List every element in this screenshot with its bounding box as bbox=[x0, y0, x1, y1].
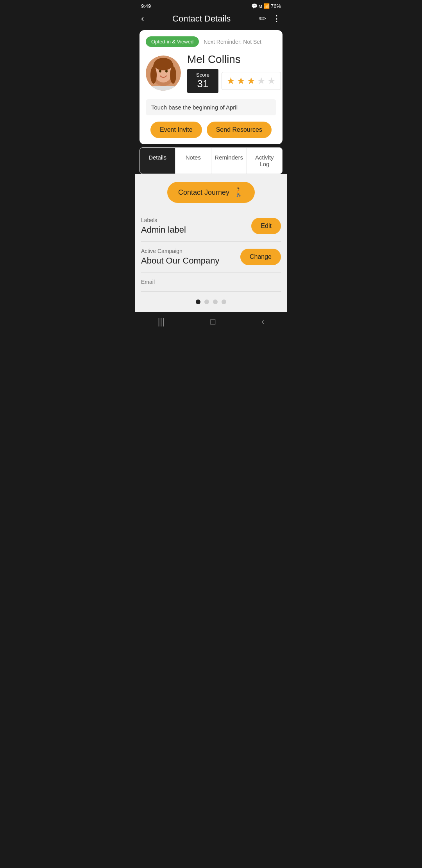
status-bar: 9:49 💬 M 📶 76% bbox=[135, 0, 287, 11]
star-1[interactable]: ★ bbox=[227, 75, 235, 86]
svg-point-5 bbox=[165, 70, 168, 73]
journey-section: Contact Journey 🚶 bbox=[135, 174, 287, 211]
tabs: Details Notes Reminders Activity Log bbox=[140, 148, 282, 174]
tab-notes[interactable]: Notes bbox=[175, 148, 211, 174]
labels-section-label: Labels bbox=[141, 217, 186, 223]
star-3[interactable]: ★ bbox=[247, 75, 256, 86]
menu-button[interactable]: ||| bbox=[158, 317, 165, 327]
score-box: Score 31 bbox=[187, 69, 218, 93]
email-section-label: Email bbox=[141, 279, 155, 285]
back-button[interactable]: ‹ bbox=[141, 14, 144, 24]
more-options-button[interactable]: ⋮ bbox=[272, 14, 281, 24]
opted-in-badge: Opted-in & Viewed bbox=[146, 36, 199, 47]
svg-point-4 bbox=[159, 70, 161, 73]
status-icons: 💬 M 📶 76% bbox=[251, 3, 281, 9]
score-number: 31 bbox=[193, 78, 213, 90]
battery-display: 76% bbox=[271, 3, 281, 9]
svg-point-8 bbox=[170, 66, 176, 84]
time-display: 9:49 bbox=[141, 3, 151, 9]
star-5[interactable]: ★ bbox=[267, 75, 276, 86]
back-nav-button[interactable]: ‹ bbox=[261, 317, 264, 327]
pagination-dot-4[interactable] bbox=[222, 299, 226, 304]
nav-actions: ✏ ⋮ bbox=[259, 14, 281, 24]
tabs-container: Details Notes Reminders Activity Log bbox=[139, 147, 283, 174]
wifi-icon: 📶 bbox=[263, 3, 270, 9]
email-content: Email bbox=[141, 279, 155, 285]
send-resources-button[interactable]: Send Resources bbox=[207, 122, 272, 138]
score-label: Score bbox=[193, 72, 213, 78]
campaign-change-button[interactable]: Change bbox=[240, 249, 281, 265]
campaign-content: Active Campaign About Our Company bbox=[141, 248, 220, 266]
note-box: Touch base the beginning of April bbox=[146, 99, 276, 115]
svg-point-7 bbox=[150, 66, 157, 84]
contact-card: Opted-in & Viewed Next Reminder: Not Set bbox=[139, 30, 283, 144]
score-stars: Score 31 ★ ★ ★ ★ ★ bbox=[187, 69, 281, 93]
tab-reminders[interactable]: Reminders bbox=[211, 148, 247, 174]
journey-icon: 🚶 bbox=[233, 187, 244, 197]
event-invite-button[interactable]: Event Invite bbox=[150, 122, 202, 138]
contact-name: Mel Collins bbox=[187, 53, 281, 66]
tab-activity-log[interactable]: Activity Log bbox=[247, 148, 282, 174]
email-row: Email bbox=[141, 273, 281, 292]
pagination-dot-3[interactable] bbox=[213, 299, 218, 304]
campaign-row: Active Campaign About Our Company Change bbox=[141, 242, 281, 273]
home-button[interactable]: □ bbox=[210, 317, 215, 327]
labels-row: Labels Admin label Edit bbox=[141, 211, 281, 242]
svg-rect-9 bbox=[152, 86, 175, 91]
status-time: 9:49 bbox=[141, 3, 151, 9]
edit-button[interactable]: ✏ bbox=[259, 14, 266, 24]
message-icon: 💬 bbox=[251, 3, 257, 9]
action-buttons: Event Invite Send Resources bbox=[146, 122, 276, 138]
profile-info: Mel Collins Score 31 ★ ★ ★ ★ ★ bbox=[187, 53, 281, 93]
svg-point-6 bbox=[154, 58, 173, 70]
tab-details[interactable]: Details bbox=[140, 148, 175, 174]
star-4[interactable]: ★ bbox=[257, 75, 266, 86]
page-title: Contact Details bbox=[172, 14, 231, 24]
labels-value: Admin label bbox=[141, 225, 186, 235]
reminder-text: Next Reminder: Not Set bbox=[204, 39, 261, 45]
star-2[interactable]: ★ bbox=[237, 75, 245, 86]
info-section: Labels Admin label Edit Active Campaign … bbox=[135, 211, 287, 292]
contact-journey-button[interactable]: Contact Journey 🚶 bbox=[167, 182, 255, 203]
campaign-section-label: Active Campaign bbox=[141, 248, 220, 254]
stars-box[interactable]: ★ ★ ★ ★ ★ bbox=[222, 72, 281, 90]
pagination bbox=[135, 292, 287, 312]
pagination-dot-1[interactable] bbox=[196, 299, 200, 304]
profile-section: Mel Collins Score 31 ★ ★ ★ ★ ★ bbox=[146, 53, 276, 93]
card-header: Opted-in & Viewed Next Reminder: Not Set bbox=[146, 36, 276, 47]
email-icon: M bbox=[259, 4, 262, 9]
campaign-value: About Our Company bbox=[141, 256, 220, 266]
pagination-dot-2[interactable] bbox=[204, 299, 209, 304]
labels-edit-button[interactable]: Edit bbox=[251, 218, 281, 234]
top-nav: ‹ Contact Details ✏ ⋮ bbox=[135, 11, 287, 30]
bottom-nav: ||| □ ‹ bbox=[135, 312, 287, 335]
contact-journey-label: Contact Journey bbox=[178, 188, 229, 197]
labels-content: Labels Admin label bbox=[141, 217, 186, 235]
avatar bbox=[146, 56, 181, 91]
